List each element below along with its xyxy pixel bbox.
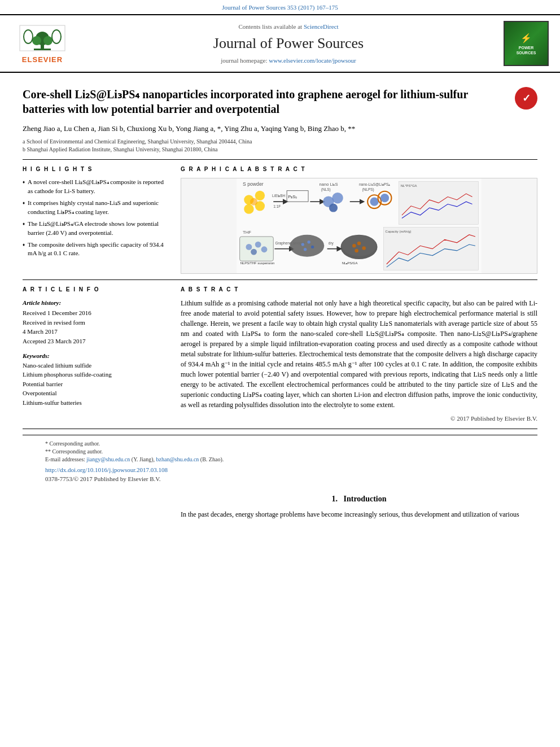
svg-text:dry: dry — [329, 241, 334, 246]
svg-text:(NLS): (NLS) — [321, 187, 331, 192]
doi-link[interactable]: http://dx.doi.org/10.1016/j.jpowsour.201… — [45, 466, 515, 474]
graphical-abstract-svg: S powder LiEt₃BH 1:1F P₂S₅ — [181, 178, 537, 273]
keyword-3: Potential barrier — [23, 379, 169, 389]
intro-left-space — [23, 493, 169, 519]
affiliation-a: a School of Environmental and Chemical E… — [23, 138, 537, 146]
svg-point-53 — [342, 235, 377, 256]
article-info-section: A R T I C L E I N F O Article history: R… — [23, 286, 537, 423]
introduction-text: In the past decades, energy shortage pro… — [181, 509, 537, 519]
svg-text:NL*PS*GA: NL*PS*GA — [401, 184, 417, 187]
svg-point-38 — [255, 242, 261, 248]
article-title: Core-shell Li₂S@Li₃PS₄ nanoparticles inc… — [23, 87, 537, 116]
abstract-column: A B S T R A C T Lithium sulfide as a pro… — [181, 286, 537, 423]
highlights-header: H I G H L I G H T S — [23, 165, 169, 173]
svg-point-39 — [251, 249, 257, 255]
svg-point-40 — [261, 246, 268, 252]
section-divider-1 — [23, 159, 537, 160]
svg-text:S powder: S powder — [243, 181, 264, 187]
svg-point-46 — [301, 243, 304, 246]
corresponding-author-1: * Corresponding author. — [45, 440, 515, 448]
journal-homepage-link[interactable]: www.elsevier.com/locate/jpowsour — [269, 57, 356, 64]
svg-rect-5 — [34, 49, 51, 50]
introduction-content: 1. Introduction In the past decades, ene… — [181, 493, 537, 519]
keywords-block: Keywords: Nano-scaled lithium sulfide Li… — [23, 351, 169, 407]
authors: Zheng Jiao a, Lu Chen a, Jian Si b, Chux… — [23, 123, 537, 134]
svg-point-54 — [352, 244, 356, 248]
svg-text:nano Li₂S: nano Li₂S — [320, 182, 338, 187]
svg-text:NLPS/THF suspension: NLPS/THF suspension — [240, 261, 275, 265]
highlight-item-1: A novel core-shell Li₂S@Li₃PS₄ composite… — [23, 178, 169, 196]
elsevier-tree-icon — [17, 23, 68, 54]
svg-point-57 — [355, 249, 358, 253]
received-revised-label: Received in revised form — [23, 318, 169, 327]
svg-point-14 — [250, 198, 257, 206]
journal-homepage: journal homepage: www.elsevier.com/locat… — [73, 56, 504, 65]
svg-point-32 — [380, 194, 389, 202]
journal-reference: Journal of Power Sources 353 (2017) 167–… — [222, 4, 338, 11]
svg-point-4 — [43, 36, 53, 45]
contents-available: Contents lists available at ScienceDirec… — [73, 23, 504, 31]
section-divider-2 — [23, 279, 537, 280]
svg-rect-36 — [240, 237, 274, 261]
affiliations: a School of Environmental and Chemical E… — [23, 138, 537, 154]
svg-point-12 — [244, 204, 253, 213]
graphical-abstract-header: G R A P H I C A L A B S T R A C T — [181, 165, 537, 173]
article-info-left: A R T I C L E I N F O Article history: R… — [23, 286, 169, 423]
svg-text:Capacity (mAh/g): Capacity (mAh/g) — [386, 230, 412, 233]
svg-point-30 — [370, 197, 379, 206]
journal-center: Contents lists available at ScienceDirec… — [73, 23, 504, 65]
journal-header: ELSEVIER Contents lists available at Sci… — [0, 15, 560, 73]
keyword-2: Lithium phosphorus sulfide-coating — [23, 370, 169, 379]
introduction-section: 1. Introduction In the past decades, ene… — [23, 493, 537, 519]
crossmark-icon: ✓ — [515, 87, 537, 110]
highlight-item-2: It comprises highly crystal nano-Li₂S an… — [23, 199, 169, 217]
article-history: Article history: Received 1 December 201… — [23, 298, 169, 346]
svg-text:nano-Li₂S@Li₃PS₄: nano-Li₂S@Li₃PS₄ — [359, 182, 390, 186]
email-link-2[interactable]: bzhan@shu.edu.cn — [156, 456, 199, 462]
article-info-header: A R T I C L E I N F O — [23, 286, 169, 294]
keyword-1: Nano-scaled lithium sulfide — [23, 361, 169, 370]
svg-point-49 — [304, 248, 307, 251]
sciencedirect-link[interactable]: ScienceDirect — [304, 23, 339, 30]
footer-notes: * Corresponding author. ** Corresponding… — [45, 440, 515, 464]
abstract-header: A B S T R A C T — [181, 286, 537, 294]
svg-point-3 — [32, 36, 41, 45]
received-date: Received 1 December 2016 — [23, 308, 169, 318]
introduction-title: 1. Introduction — [181, 493, 537, 505]
elsevier-logo: ELSEVIER — [11, 23, 73, 65]
svg-point-56 — [362, 246, 366, 250]
svg-point-45 — [291, 235, 323, 254]
affiliation-b: b Shanghai Applied Radiation Institute, … — [23, 146, 537, 154]
svg-text:LiEt₃BH: LiEt₃BH — [272, 193, 286, 197]
keyword-5: Lithium-sulfur batteries — [23, 398, 169, 408]
email-line: E-mail addresses: jiangy@shu.edu.cn (Y. … — [45, 456, 515, 464]
copyright: © 2017 Published by Elsevier B.V. — [181, 414, 537, 423]
highlights-column: H I G H L I G H T S A novel core-shell L… — [23, 165, 169, 274]
keyword-4: Overpotential — [23, 388, 169, 398]
graphical-abstract-image: S powder LiEt₃BH 1:1F P₂S₅ — [181, 178, 537, 274]
main-content: Core-shell Li₂S@Li₃PS₄ nanoparticles inc… — [0, 73, 560, 527]
accepted-date: Accepted 23 March 2017 — [23, 337, 169, 346]
svg-point-11 — [255, 191, 265, 200]
svg-rect-59 — [383, 228, 478, 270]
top-bar: Journal of Power Sources 353 (2017) 167–… — [0, 0, 560, 15]
keywords-title: Keywords: — [23, 351, 169, 361]
svg-text:NL₂PS/GA: NL₂PS/GA — [342, 261, 358, 265]
svg-text:1:1F: 1:1F — [273, 204, 281, 208]
graphical-abstract-column: G R A P H I C A L A B S T R A C T S powd… — [181, 165, 537, 274]
section-divider-3 — [23, 429, 537, 429]
page-footer: * Corresponding author. ** Corresponding… — [23, 435, 537, 488]
highlights-list: A novel core-shell Li₂S@Li₃PS₄ composite… — [23, 178, 169, 259]
journal-title: Journal of Power Sources — [73, 33, 504, 54]
svg-point-24 — [332, 193, 343, 204]
email-link-1[interactable]: jiangy@shu.edu.cn — [86, 456, 130, 462]
svg-point-47 — [307, 241, 310, 243]
highlights-graphical-section: H I G H L I G H T S A novel core-shell L… — [23, 165, 537, 274]
svg-point-55 — [357, 242, 361, 246]
svg-point-37 — [246, 244, 252, 250]
svg-text:P₂S₅: P₂S₅ — [288, 194, 297, 199]
svg-point-6 — [24, 30, 33, 43]
article-history-title: Article history: — [23, 298, 169, 308]
elsevier-brand: ELSEVIER — [22, 55, 63, 65]
svg-text:THF: THF — [243, 229, 251, 234]
